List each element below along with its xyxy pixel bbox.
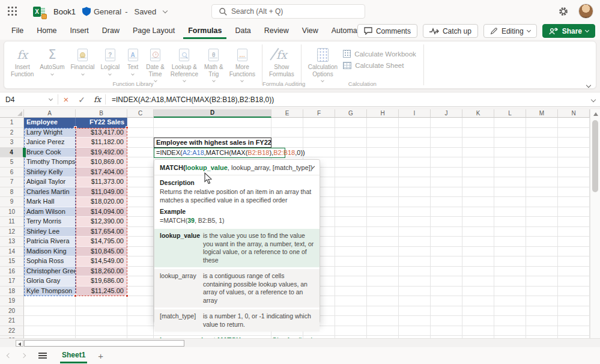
cell-d3-label[interactable]: Employee with highest sales in FY22 [154, 138, 271, 148]
cell-i17[interactable] [399, 276, 431, 287]
ribbon-text-button[interactable]: AText [123, 44, 143, 77]
cell-h16[interactable] [367, 267, 399, 277]
cell-h4[interactable] [367, 148, 399, 158]
column-header-m[interactable]: M [526, 109, 558, 118]
cell-g7[interactable] [335, 177, 367, 187]
ribbon-calculate-workbook-button[interactable]: Calculate Workbook [343, 50, 416, 58]
cell-a3[interactable]: Janice Perez [24, 138, 76, 148]
cell-g12[interactable] [335, 227, 367, 237]
cell-j1[interactable] [431, 118, 462, 128]
cell-h5[interactable] [367, 157, 399, 168]
cell-h2[interactable] [367, 128, 399, 138]
row-header-1[interactable]: 1 [0, 118, 24, 128]
cell-i11[interactable] [399, 217, 431, 227]
cell-f2[interactable] [303, 128, 335, 138]
cell-i2[interactable] [399, 128, 431, 138]
cell-h18[interactable] [367, 287, 399, 297]
cell-k15[interactable] [462, 256, 494, 267]
row-header-14[interactable]: 14 [0, 247, 24, 257]
cell-b22[interactable] [76, 326, 127, 336]
cell-k13[interactable] [462, 237, 494, 247]
cell-c22[interactable] [127, 326, 154, 336]
catch-up-button[interactable]: Catch up [423, 24, 478, 38]
ribbon-calculate-sheet-button[interactable]: Calculate Sheet [343, 62, 416, 69]
cell-m15[interactable] [526, 256, 558, 267]
search-input[interactable]: Search (Alt + Q) [211, 4, 365, 19]
select-all-corner[interactable] [0, 109, 24, 118]
editing-mode-button[interactable]: Editing [483, 24, 537, 38]
horizontal-scrollbar-thumb[interactable] [24, 340, 184, 347]
cell-j22[interactable] [431, 326, 462, 336]
cell-b17[interactable]: $19,686.00 [76, 276, 127, 287]
cell-h9[interactable] [367, 197, 399, 207]
cell-c8[interactable] [127, 187, 154, 198]
cell-m5[interactable] [526, 157, 558, 168]
cell-m13[interactable] [526, 237, 558, 247]
cell-m8[interactable] [526, 187, 558, 198]
cell-a4[interactable]: Bruce Cook [24, 148, 76, 158]
cell-j20[interactable] [431, 306, 462, 317]
cell-k1[interactable] [462, 118, 494, 128]
cell-b15[interactable]: $14,549.00 [76, 256, 127, 267]
cell-k19[interactable] [462, 296, 494, 306]
cell-c7[interactable] [127, 177, 154, 187]
cell-c17[interactable] [127, 276, 154, 287]
cell-m19[interactable] [526, 296, 558, 306]
vertical-scrollbar-thumb[interactable] [592, 120, 598, 192]
cell-b9[interactable]: $18,020.00 [76, 197, 127, 207]
cell-a18[interactable]: Kyle Thompson [24, 287, 76, 297]
cell-k22[interactable] [462, 326, 494, 336]
cell-k17[interactable] [462, 276, 494, 287]
column-header-d[interactable]: D [154, 109, 271, 118]
cell-l7[interactable] [494, 177, 526, 187]
cell-l21[interactable] [494, 316, 526, 326]
cell-k18[interactable] [462, 287, 494, 297]
cell-e2[interactable] [271, 128, 303, 138]
row-header-12[interactable]: 12 [0, 227, 24, 237]
cell-n13[interactable] [558, 237, 590, 247]
column-header-n[interactable]: N [558, 109, 590, 118]
cell-i4[interactable] [399, 148, 431, 158]
cell-e3[interactable] [271, 138, 303, 148]
cell-b11[interactable]: $12,390.00 [76, 217, 127, 227]
cell-g14[interactable] [335, 247, 367, 257]
cell-b16[interactable]: $18,260.00 [76, 267, 127, 277]
cell-l19[interactable] [494, 296, 526, 306]
cell-e1[interactable] [271, 118, 303, 128]
cell-m1[interactable] [526, 118, 558, 128]
user-avatar[interactable] [578, 4, 593, 19]
cell-i3[interactable] [399, 138, 431, 148]
formula-bar-input[interactable]: =INDEX(A2:A18,MATCH(MAX(B2:B18),B2:B18,0… [112, 96, 274, 104]
cell-n6[interactable] [558, 168, 590, 178]
cell-b18[interactable]: $11,245.00 [76, 287, 127, 297]
cell-l12[interactable] [494, 227, 526, 237]
cell-m17[interactable] [526, 276, 558, 287]
cell-c13[interactable] [127, 237, 154, 247]
name-box[interactable]: D4 [0, 93, 58, 106]
cell-j6[interactable] [431, 168, 462, 178]
cell-d4-editor[interactable]: =INDEX(A2:A18,MATCH(MAX(B2:B18),B2:B18,0… [154, 148, 285, 158]
cell-d1[interactable] [154, 118, 271, 128]
vertical-scrollbar[interactable] [590, 109, 600, 338]
cell-g1[interactable] [335, 118, 367, 128]
row-header-17[interactable]: 17 [0, 276, 24, 287]
cell-j3[interactable] [431, 138, 462, 148]
cell-n18[interactable] [558, 287, 590, 297]
cell-k12[interactable] [462, 227, 494, 237]
cell-c15[interactable] [127, 256, 154, 267]
cell-b6[interactable]: $17,404.00 [76, 168, 127, 178]
cell-j14[interactable] [431, 247, 462, 257]
cell-c12[interactable] [127, 227, 154, 237]
settings-gear-icon[interactable] [558, 6, 569, 17]
cell-h20[interactable] [367, 306, 399, 317]
insert-function-fx-icon[interactable]: fx [89, 95, 105, 104]
cell-k2[interactable] [462, 128, 494, 138]
cell-a2[interactable]: Larry Wright [24, 128, 76, 138]
cell-l10[interactable] [494, 207, 526, 217]
cell-k8[interactable] [462, 187, 494, 198]
column-header-i[interactable]: I [399, 109, 431, 118]
cell-k10[interactable] [462, 207, 494, 217]
workbook-title[interactable]: Book1 [53, 7, 76, 16]
cell-n9[interactable] [558, 197, 590, 207]
cell-n1[interactable] [558, 118, 590, 128]
